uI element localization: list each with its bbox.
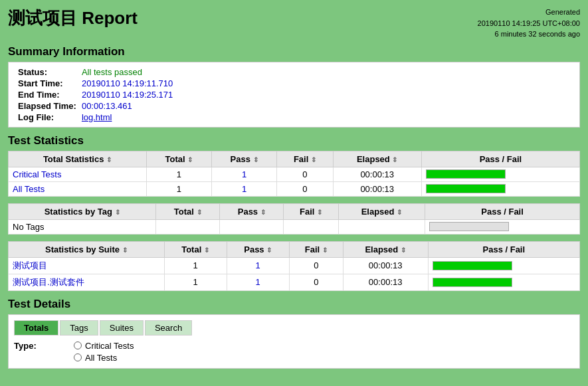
radio-item[interactable]: All Tests (74, 353, 134, 363)
total-stats-col-passfail: Pass / Fail (421, 151, 579, 167)
stats-row-pass (220, 219, 284, 234)
summary-field-label: Elapsed Time: (15, 100, 79, 112)
stats-row-name: 测试项目.测试套件 (9, 274, 165, 290)
summary-table: Status:All tests passedStart Time:201901… (15, 66, 175, 123)
table-row: All Tests11000:00:13 (9, 181, 580, 196)
stats-row-passfail-bar (428, 274, 579, 290)
stats-row-fail: 0 (289, 257, 343, 274)
stats-row-pass: 1 (211, 181, 276, 196)
stats-row-name: No Tags (9, 219, 156, 234)
stats-row-total: 1 (146, 181, 211, 196)
summary-row: Start Time:20190110 14:19:11.710 (15, 78, 175, 89)
type-row: Type: Critical TestsAll Tests (14, 341, 574, 363)
page-header: 测试项目 Report Generated 20190110 14:19:25 … (8, 7, 580, 40)
total-stats-col-total: Total ⇕ (146, 151, 211, 167)
tag-stats-col-name: Statistics by Tag ⇕ (9, 203, 156, 219)
tag-stats-col-elapsed: Elapsed ⇕ (338, 203, 425, 219)
stats-row-elapsed: 00:00:13 (343, 257, 428, 274)
summary-box: Status:All tests passedStart Time:201901… (8, 62, 580, 128)
summary-row: Log File:log.html (15, 112, 175, 123)
summary-row: Elapsed Time:00:00:13.461 (15, 100, 175, 112)
table-row: Critical Tests11000:00:13 (9, 167, 580, 181)
stats-row-name: Critical Tests (9, 167, 147, 181)
total-stats-col-pass: Pass ⇕ (211, 151, 276, 167)
suite-stats-col-total: Total ⇕ (164, 241, 227, 257)
table-row: 测试项目11000:00:13 (9, 257, 580, 274)
summary-field-label: Status: (15, 66, 79, 78)
summary-row: End Time:20190110 14:19:25.171 (15, 89, 175, 100)
tab-tags[interactable]: Tags (60, 320, 98, 336)
suite-stats-col-fail: Fail ⇕ (289, 241, 343, 257)
suite-stats-col-passfail: Pass / Fail (428, 241, 579, 257)
radio-item[interactable]: Critical Tests (74, 341, 134, 351)
type-label: Type: (14, 341, 67, 351)
test-statistics-heading: Test Statistics (8, 134, 580, 147)
suite-stats-col-name: Statistics by Suite ⇕ (9, 241, 165, 257)
summary-field-value: 20190110 14:19:11.710 (79, 78, 175, 89)
radio-icon (74, 353, 82, 361)
page-title: 测试项目 Report (8, 7, 138, 30)
stats-row-elapsed (338, 219, 425, 234)
stats-row-total: 1 (146, 167, 211, 181)
stats-row-pass: 1 (211, 167, 276, 181)
total-stats-col-name: Total Statistics ⇕ (9, 151, 147, 167)
summary-field-value: All tests passed (79, 66, 175, 78)
tab-suites[interactable]: Suites (100, 320, 144, 336)
radio-group: Critical TestsAll Tests (74, 341, 134, 363)
radio-label: All Tests (85, 353, 117, 363)
stats-row-pass: 1 (227, 274, 289, 290)
stats-row-fail (284, 219, 338, 234)
summary-row: Status:All tests passed (15, 66, 175, 78)
stats-row-elapsed: 00:00:13 (333, 167, 421, 181)
stats-row-passfail-bar (428, 257, 579, 274)
test-details-heading: Test Details (8, 298, 580, 311)
tag-stats-col-passfail: Pass / Fail (425, 203, 580, 219)
suite-stats-col-pass: Pass ⇕ (227, 241, 289, 257)
test-details-section: TotalsTagsSuitesSearch Type: Critical Te… (8, 314, 580, 369)
generated-ago: 6 minutes 32 seconds ago (495, 30, 580, 38)
tag-statistics-table: Statistics by Tag ⇕ Total ⇕ Pass ⇕ Fail … (8, 203, 580, 235)
stats-row-passfail-bar (421, 167, 579, 181)
summary-field-value: 00:00:13.461 (79, 100, 175, 112)
stats-row-pass: 1 (227, 257, 289, 274)
summary-field-value[interactable]: log.html (79, 112, 175, 123)
total-stats-col-elapsed: Elapsed ⇕ (333, 151, 421, 167)
table-row: 测试项目.测试套件11000:00:13 (9, 274, 580, 290)
tab-search[interactable]: Search (145, 320, 192, 336)
tag-stats-col-fail: Fail ⇕ (284, 203, 338, 219)
stats-row-total: 1 (164, 257, 227, 274)
tag-stats-col-total: Total ⇕ (156, 203, 220, 219)
summary-field-label: Start Time: (15, 78, 79, 89)
stats-row-name: 测试项目 (9, 257, 165, 274)
tag-stats-col-pass: Pass ⇕ (220, 203, 284, 219)
total-stats-col-fail: Fail ⇕ (277, 151, 333, 167)
stats-row-passfail-bar (421, 181, 579, 196)
generated-date: 20190110 14:19:25 UTC+08:00 (478, 19, 580, 27)
stats-row-elapsed: 00:00:13 (333, 181, 421, 196)
stats-row-elapsed: 00:00:13 (343, 274, 428, 290)
tabs-row: TotalsTagsSuitesSearch (14, 320, 574, 336)
radio-icon (74, 341, 82, 349)
tab-totals[interactable]: Totals (14, 320, 58, 336)
stats-row-fail: 0 (277, 181, 333, 196)
summary-field-value: 20190110 14:19:25.171 (79, 89, 175, 100)
suite-stats-col-elapsed: Elapsed ⇕ (343, 241, 428, 257)
generated-label: Generated (545, 8, 580, 16)
summary-heading: Summary Information (8, 45, 580, 58)
radio-label: Critical Tests (85, 341, 134, 351)
generated-info: Generated 20190110 14:19:25 UTC+08:00 6 … (478, 7, 580, 40)
table-row: No Tags (9, 219, 580, 234)
summary-field-label: Log File: (15, 112, 79, 123)
summary-field-label: End Time: (15, 89, 79, 100)
total-statistics-table: Total Statistics ⇕ Total ⇕ Pass ⇕ Fail ⇕… (8, 151, 580, 197)
stats-row-fail: 0 (277, 167, 333, 181)
suite-statistics-table: Statistics by Suite ⇕ Total ⇕ Pass ⇕ Fai… (8, 241, 580, 291)
stats-row-name: All Tests (9, 181, 147, 196)
stats-row-passfail-bar (425, 219, 580, 234)
stats-row-total: 1 (164, 274, 227, 290)
stats-row-fail: 0 (289, 274, 343, 290)
stats-row-total (156, 219, 220, 234)
